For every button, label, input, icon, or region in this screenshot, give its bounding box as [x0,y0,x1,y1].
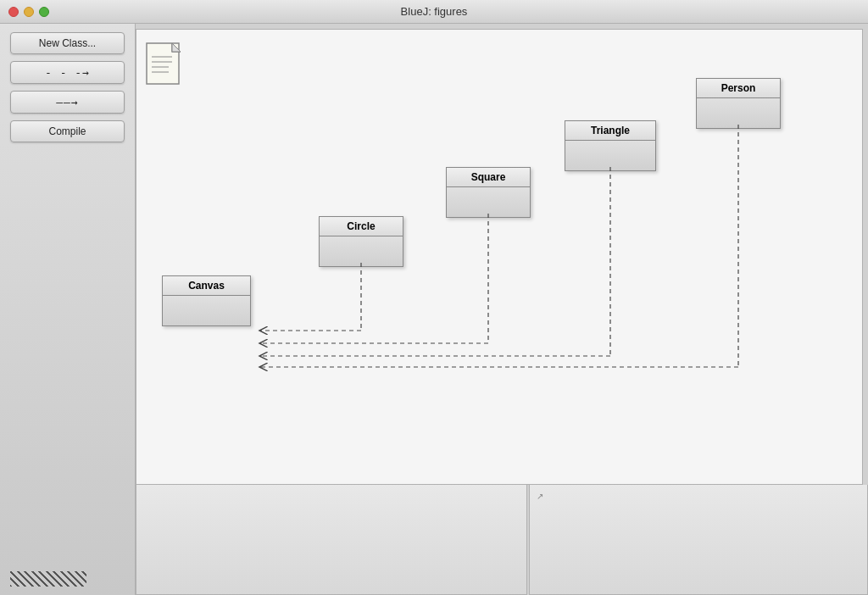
sidebar-hatch-pattern [10,571,86,587]
class-square[interactable]: Square [446,167,531,218]
class-canvas-body [163,296,250,325]
class-square-label: Square [447,168,530,187]
compile-button[interactable]: Compile [10,120,125,142]
window-title: BlueJ: figures [401,5,468,18]
window-controls [8,7,49,17]
class-circle[interactable]: Circle [319,216,403,267]
class-triangle[interactable]: Triangle [565,120,656,171]
class-canvas[interactable]: Canvas [162,275,251,326]
right-side: Canvas Circle Square Triangle Person [136,24,868,595]
bottom-left-panel [136,485,527,595]
title-bar: BlueJ: figures [0,0,868,24]
class-person-label: Person [697,79,780,98]
class-circle-body [320,236,403,266]
class-person-body [697,98,780,128]
close-button[interactable] [8,7,19,17]
diagram-canvas[interactable]: Canvas Circle Square Triangle Person [136,29,863,485]
sidebar: New Class... - - -→ ——→ Compile [0,24,136,595]
bottom-panels: ↗ [136,485,868,595]
class-person[interactable]: Person [696,78,781,129]
bottom-right-mark: ↗ [537,492,543,501]
minimize-button[interactable] [24,7,34,17]
dashed-arrow-button[interactable]: - - -→ [10,61,125,84]
new-class-button[interactable]: New Class... [10,32,125,54]
maximize-button[interactable] [39,7,49,17]
bottom-right-panel: ↗ [529,485,868,595]
solid-arrow-button[interactable]: ——→ [10,91,125,114]
class-triangle-label: Triangle [565,121,655,141]
class-circle-label: Circle [320,217,403,236]
main-layout: New Class... - - -→ ——→ Compile [0,24,868,595]
class-triangle-body [565,141,655,170]
class-canvas-label: Canvas [163,276,250,296]
note-icon [145,42,187,92]
class-square-body [447,187,530,217]
